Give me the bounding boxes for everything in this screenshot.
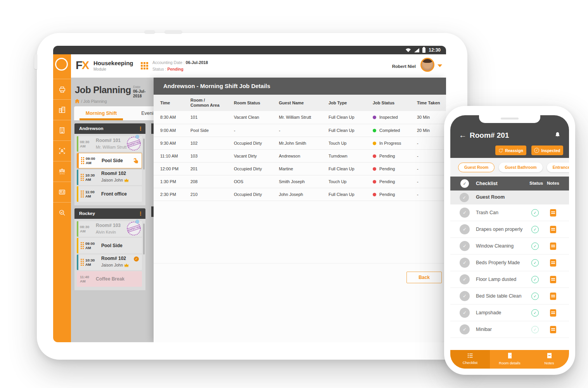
sidebar <box>53 54 71 342</box>
brand-circle-logo[interactable] <box>55 58 68 71</box>
kebab-menu-icon[interactable] <box>138 123 143 134</box>
job-item[interactable]: 10:30AM Room# 102 Jaison John <box>77 255 142 270</box>
id-card-icon[interactable] <box>53 182 71 202</box>
check-circle-icon[interactable] <box>460 274 470 284</box>
user-network-icon[interactable] <box>53 140 71 161</box>
breadcrumb[interactable]: / Job Planning <box>75 99 107 104</box>
drag-handle-icon[interactable] <box>81 191 84 197</box>
job-item[interactable]: 09:00AM Pool Side <box>77 153 142 168</box>
phone-device-frame: Room# 201 Reassign Inspected Guest RoomG… <box>444 106 575 375</box>
inspected-button[interactable]: Inspected <box>531 146 563 155</box>
checklist-item[interactable]: Minibar <box>450 321 569 338</box>
phone-nav-tab[interactable]: Notes <box>529 350 569 369</box>
back-arrow-icon[interactable] <box>459 131 467 140</box>
tab-morning-shift[interactable]: Morning Shift <box>74 106 128 120</box>
checklist-header: Checklist Status Notes <box>450 177 569 191</box>
note-icon[interactable] <box>550 209 556 217</box>
status-check-icon[interactable] <box>531 242 539 250</box>
inspect-search-icon[interactable] <box>53 202 71 223</box>
vip-crown-icon <box>124 262 129 268</box>
status-check-icon[interactable] <box>531 226 539 233</box>
checklist-item[interactable]: Bed Side table Clean <box>450 288 569 305</box>
check-circle-icon[interactable] <box>460 324 470 334</box>
status-check-icon[interactable] <box>531 326 539 333</box>
note-icon[interactable] <box>550 226 556 233</box>
job-details-row[interactable]: 8:30 AM101Vacant Clean Mr. William Strut… <box>154 111 446 124</box>
building-icon[interactable] <box>53 120 71 140</box>
home-icon[interactable] <box>75 99 80 104</box>
job-details-row[interactable]: 12:00 PM201Occupied Dirty MartineFull Cl… <box>154 162 446 175</box>
reassign-button[interactable]: Reassign <box>495 146 526 155</box>
print-schedule-icon[interactable] <box>53 79 71 99</box>
status-check-icon[interactable] <box>531 293 539 300</box>
check-circle-icon[interactable] <box>460 258 470 268</box>
job-status-dot <box>373 129 376 132</box>
checklist-item[interactable]: Trash Can <box>450 204 569 221</box>
job-details-row[interactable]: 2:30 PM210Occupied Dirty John JosephFull… <box>154 188 446 201</box>
accounting-date-value: 06-Jul-2018 <box>186 60 208 65</box>
checklist-item[interactable]: Lampshade <box>450 305 569 321</box>
back-button[interactable]: Back <box>406 272 442 283</box>
status-check-icon[interactable] <box>531 309 539 317</box>
check-circle-icon[interactable] <box>460 241 470 251</box>
job-time: 11:40AM <box>80 275 94 283</box>
job-item[interactable]: 08:30AM Room# 103 Alvin Kevin INSPECTED <box>77 221 142 237</box>
note-icon[interactable] <box>550 259 556 267</box>
check-circle-icon[interactable] <box>460 308 470 318</box>
note-icon[interactable] <box>550 293 556 300</box>
checklist-item-label: Drapes open properly <box>476 221 522 238</box>
staff-job-list: 08:30AM Room# 103 Alvin Kevin INSPECTED … <box>74 219 145 290</box>
drag-handle-icon[interactable] <box>81 157 84 164</box>
user-avatar[interactable] <box>420 58 434 72</box>
app-header: FX Housekeeping Module Accounting Date :… <box>53 54 446 78</box>
job-details-row[interactable]: 11:10 AM103Vacant Dirty AndrewsonTurndow… <box>154 149 446 162</box>
check-circle-icon[interactable] <box>460 224 470 234</box>
checklist-item[interactable]: Beds Properly Made <box>450 255 569 271</box>
checklist-item[interactable]: Window Cleaning <box>450 238 569 255</box>
checklist-item-label: Minibar <box>476 321 492 338</box>
status-bar-time: 12:30 <box>429 47 441 53</box>
job-details-row[interactable]: 9:00 AMPool Side- -Full Clean Up Complet… <box>154 124 446 137</box>
job-details-title: Andrewson - Morning Shift Job Details <box>154 78 446 95</box>
status-check-icon[interactable] <box>531 209 539 217</box>
phone-nav-tab[interactable]: Checklist <box>450 350 490 369</box>
check-circle-icon[interactable] <box>460 291 470 301</box>
drag-handle-icon[interactable] <box>81 174 84 181</box>
check-circle-icon[interactable] <box>460 208 470 218</box>
checklist-item[interactable]: Drapes open properly <box>450 221 569 238</box>
job-item[interactable]: 08:30AM Room# 101 Mr. William Strutt INS… <box>77 136 142 152</box>
room-area-chips: Guest RoomGuest BathroomEntrance / door … <box>450 158 569 177</box>
phone-nav-tab[interactable]: Room details <box>490 350 529 369</box>
drag-handle-icon[interactable] <box>81 259 84 266</box>
room-area-chip[interactable]: Guest Bathroom <box>499 163 542 172</box>
bell-icon[interactable] <box>555 132 560 139</box>
job-subtitle: Alvin Kevin <box>96 230 116 235</box>
drag-handle-icon[interactable] <box>81 242 84 249</box>
chevron-down-icon[interactable] <box>438 64 442 67</box>
status-check-icon[interactable] <box>531 259 539 267</box>
room-area-chip[interactable]: Guest Room <box>458 163 495 172</box>
status-check-icon[interactable] <box>531 276 539 283</box>
panel-footer: Back <box>154 263 446 263</box>
note-icon[interactable] <box>550 309 556 317</box>
job-item[interactable]: 09:00AM Pool Side <box>77 238 142 253</box>
table-header-row: TimeRoom /Common AreaRoom StatusGuest Na… <box>154 95 446 111</box>
job-item[interactable]: 11:40AM Coffee Break <box>77 271 142 287</box>
job-details-row[interactable]: 9:30 AM102Occupied Dirty Mr.John SmithTo… <box>154 137 446 149</box>
apps-grid-icon[interactable] <box>141 62 149 70</box>
kebab-menu-icon[interactable] <box>138 208 143 219</box>
note-icon[interactable] <box>550 276 556 283</box>
job-item[interactable]: 11:00AM Front office <box>77 186 142 202</box>
checklist-item[interactable]: Floor Lamp dusted <box>450 271 569 288</box>
note-icon[interactable] <box>550 242 556 250</box>
app-module-label: Module <box>93 67 106 71</box>
job-item[interactable]: 10:30AM Room# 102 Jaison John <box>77 170 142 185</box>
job-details-row[interactable]: 1:30 PM208OOS Smith JosephTouch Up Pendi… <box>154 175 446 188</box>
check-all-icon[interactable] <box>460 179 469 188</box>
room-area-chip[interactable]: Entrance / door w <box>547 163 569 172</box>
checklist-section-row[interactable]: Guest Room <box>450 191 569 204</box>
hotel-buildings-icon[interactable] <box>53 99 71 120</box>
phone-screen: Room# 201 Reassign Inspected Guest RoomG… <box>450 115 569 369</box>
note-icon[interactable] <box>550 326 556 333</box>
team-icon[interactable] <box>53 161 71 182</box>
